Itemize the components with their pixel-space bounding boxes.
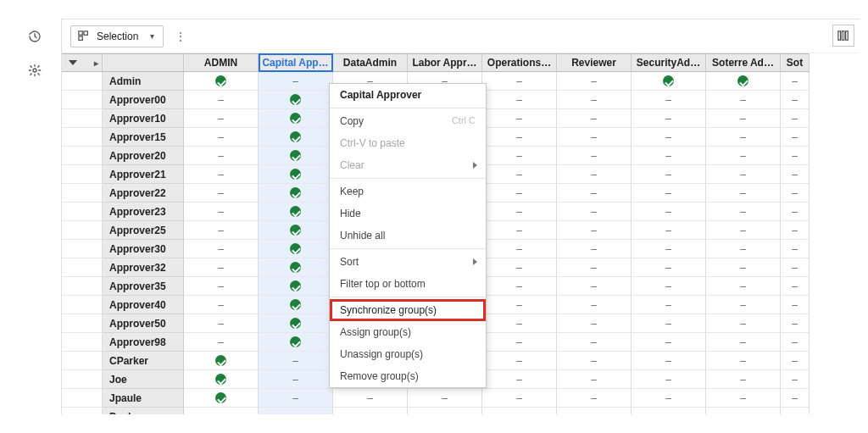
grid-cell[interactable]: – (706, 296, 781, 314)
context-menu-item[interactable]: Assign group(s) (330, 321, 486, 343)
grid-cell[interactable]: – (781, 352, 810, 370)
grid-cell[interactable]: – (482, 240, 557, 258)
grid-cell[interactable]: – (482, 128, 557, 147)
row-selector[interactable] (62, 352, 103, 370)
selection-dropdown[interactable]: Selection ▾ (70, 25, 164, 47)
grid-cell[interactable]: – (557, 370, 632, 389)
row-header[interactable]: Approver35 (103, 277, 184, 296)
grid-cell[interactable]: – (781, 240, 810, 258)
context-menu-item[interactable]: CopyCtrl C (330, 110, 486, 132)
grid-cell[interactable] (632, 408, 706, 414)
row-header[interactable]: Approver22 (103, 184, 184, 203)
grid-cell[interactable]: – (184, 109, 259, 128)
grid-cell[interactable]: – (632, 203, 706, 221)
row-selector[interactable] (62, 296, 103, 314)
grid-cell[interactable] (557, 408, 632, 414)
column-header[interactable]: SecurityAd… (632, 53, 706, 72)
grid-cell[interactable]: – (706, 165, 781, 184)
row-header[interactable]: Approver25 (103, 221, 184, 240)
row-selector[interactable] (62, 389, 103, 408)
grid-cell[interactable]: – (706, 184, 781, 203)
grid-cell[interactable]: – (632, 314, 706, 333)
grid-cell[interactable]: – (706, 333, 781, 352)
gear-icon[interactable] (27, 63, 42, 78)
grid-cell[interactable]: – (557, 240, 632, 258)
grid-cell[interactable]: – (557, 352, 632, 370)
row-selector[interactable] (62, 221, 103, 240)
grid-cell[interactable]: – (632, 240, 706, 258)
grid-cell[interactable]: – (557, 203, 632, 221)
grid-cell[interactable]: – (482, 109, 557, 128)
grid-cell[interactable]: – (706, 370, 781, 389)
grid-cell[interactable]: – (632, 184, 706, 203)
grid-cell[interactable]: – (482, 352, 557, 370)
grid-cell[interactable] (259, 91, 333, 109)
grid-cell[interactable] (259, 184, 333, 203)
grid-cell[interactable]: – (482, 203, 557, 221)
grid-cell[interactable]: – (259, 389, 333, 408)
row-header[interactable]: Paul (103, 408, 184, 414)
context-menu-item[interactable]: Hide (330, 203, 486, 225)
row-header[interactable]: Joe (103, 370, 184, 389)
grid-cell[interactable] (333, 408, 408, 414)
context-menu-item[interactable]: Synchronize group(s) (330, 299, 486, 321)
grid-cell[interactable]: – (781, 221, 810, 240)
grid-cell[interactable]: – (632, 165, 706, 184)
grid-cell[interactable] (632, 72, 706, 91)
grid-cell[interactable]: – (557, 333, 632, 352)
grid-cell[interactable]: – (706, 91, 781, 109)
grid-cell[interactable]: – (482, 91, 557, 109)
grid-cell[interactable] (259, 221, 333, 240)
row-selector[interactable] (62, 147, 103, 165)
grid-cell[interactable] (259, 128, 333, 147)
row-selector[interactable] (62, 370, 103, 389)
grid-cell[interactable]: – (706, 147, 781, 165)
row-header[interactable]: Approver32 (103, 258, 184, 277)
column-header[interactable]: Operations… (482, 53, 557, 72)
grid-cell[interactable]: – (781, 370, 810, 389)
grid-cell[interactable]: – (632, 91, 706, 109)
grid-cell[interactable]: – (184, 258, 259, 277)
column-header[interactable]: Capital App… (259, 53, 333, 72)
row-header[interactable]: Approver21 (103, 165, 184, 184)
grid-cell[interactable]: – (632, 109, 706, 128)
context-menu-item[interactable]: Keep (330, 180, 486, 203)
grid-cell[interactable] (184, 408, 259, 414)
grid-cell[interactable] (706, 72, 781, 91)
grid-cell[interactable]: – (706, 389, 781, 408)
context-menu-item[interactable]: Remove group(s) (330, 365, 486, 387)
grid-corner[interactable]: ▸ (62, 53, 103, 72)
grid-cell[interactable]: – (184, 165, 259, 184)
grid-cell[interactable]: – (706, 314, 781, 333)
grid-cell[interactable]: – (632, 333, 706, 352)
grid-cell[interactable]: – (482, 314, 557, 333)
grid-cell[interactable]: – (781, 72, 810, 91)
grid-cell[interactable]: – (557, 128, 632, 147)
column-header[interactable]: Sot (781, 53, 810, 72)
grid-cell[interactable]: – (184, 333, 259, 352)
grid-cell[interactable]: – (781, 165, 810, 184)
row-selector[interactable] (62, 314, 103, 333)
grid-cell[interactable] (259, 333, 333, 352)
row-selector[interactable] (62, 165, 103, 184)
column-header[interactable]: Soterre Ad… (706, 53, 781, 72)
grid-cell[interactable]: – (557, 296, 632, 314)
grid-cell[interactable]: – (184, 91, 259, 109)
grid-cell[interactable]: – (706, 240, 781, 258)
grid-cell[interactable]: – (706, 203, 781, 221)
row-selector[interactable] (62, 72, 103, 91)
grid-cell[interactable]: – (557, 72, 632, 91)
grid-cell[interactable] (259, 203, 333, 221)
context-menu-item[interactable]: Sort (330, 251, 486, 273)
grid-cell[interactable]: – (632, 389, 706, 408)
grid-cell[interactable]: – (184, 221, 259, 240)
row-selector[interactable] (62, 258, 103, 277)
row-selector[interactable] (62, 184, 103, 203)
grid-cell[interactable]: – (482, 147, 557, 165)
grid-cell[interactable] (184, 72, 259, 91)
row-selector[interactable] (62, 109, 103, 128)
grid-cell[interactable] (259, 258, 333, 277)
row-header[interactable]: Approver40 (103, 296, 184, 314)
grid-cell[interactable]: – (259, 352, 333, 370)
grid-cell[interactable]: – (632, 277, 706, 296)
